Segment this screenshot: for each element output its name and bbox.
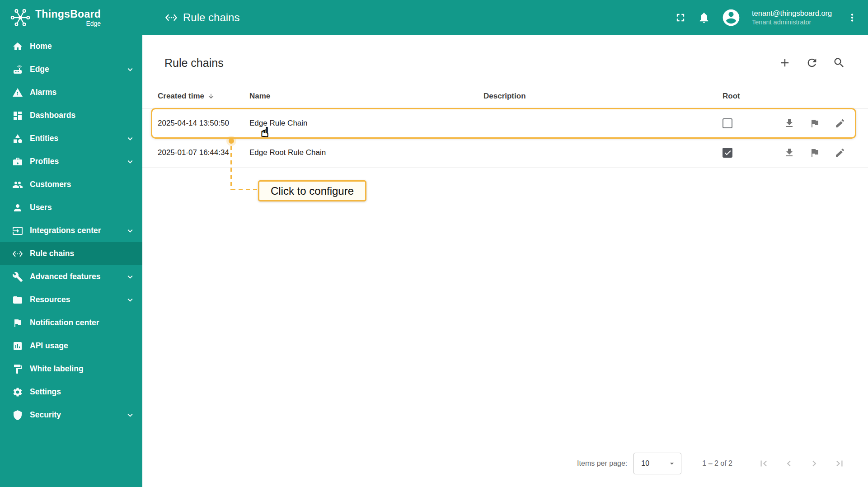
topbar-actions: tenant@thingsboard.org Tenant administra… — [674, 8, 868, 28]
users-icon — [12, 202, 23, 213]
annotation-callout: Click to configure — [258, 180, 366, 201]
sidebar-item-entities[interactable]: Entities — [0, 127, 142, 150]
sidebar-item-notification-center[interactable]: Notification center — [0, 311, 142, 334]
search-icon — [833, 56, 845, 69]
plus-icon — [779, 56, 791, 69]
sidebar-item-white-labeling[interactable]: White labeling — [0, 357, 142, 380]
sidebar-item-security[interactable]: Security — [0, 403, 142, 426]
page-title: Rule chains — [183, 11, 239, 24]
sidebar-item-label: Dashboards — [30, 111, 75, 120]
table-row-edge-rule-chain[interactable]: 2025-04-14 13:50:50 Edge Rule Chain — [142, 109, 868, 138]
sidebar-item-label: API usage — [30, 341, 68, 351]
set-root-button[interactable] — [809, 118, 820, 129]
chevron-down-icon — [125, 272, 135, 282]
chevron-right-icon — [808, 458, 820, 469]
table-row-edge-root-rule-chain[interactable]: 2025-01-07 16:44:34 Edge Root Rule Chain — [142, 138, 868, 168]
search-button[interactable] — [833, 56, 845, 69]
sidebar-item-label: Profiles — [30, 157, 59, 166]
refresh-button[interactable] — [806, 56, 818, 69]
sidebar-item-users[interactable]: Users — [0, 196, 142, 219]
main-content: Rule chains Created time — [142, 35, 868, 487]
first-page-icon — [758, 458, 769, 469]
rule-chains-icon — [165, 11, 178, 24]
sidebar-item-label: Rule chains — [30, 249, 74, 258]
thingsboard-app: ThingsBoard Edge Rule chains — [0, 0, 868, 487]
column-header-name[interactable]: Name — [249, 92, 483, 101]
download-icon — [784, 147, 795, 158]
notification-center-icon — [12, 318, 23, 328]
sidebar-item-customers[interactable]: Customers — [0, 173, 142, 196]
root-checkbox[interactable] — [723, 148, 732, 158]
sidebar-item-advanced-features[interactable]: Advanced features — [0, 265, 142, 288]
sidebar-item-alarms[interactable]: Alarms — [0, 81, 142, 104]
column-label: Name — [249, 92, 270, 101]
root-checkbox[interactable] — [723, 118, 732, 128]
export-rule-chain-button[interactable] — [784, 147, 795, 158]
notifications-button[interactable] — [698, 11, 710, 24]
edit-rule-chain-button[interactable] — [835, 147, 845, 158]
chevron-down-icon — [125, 157, 135, 167]
items-per-page-select[interactable]: 10 — [633, 453, 681, 474]
column-header-root[interactable]: Root — [723, 92, 779, 101]
sidebar-item-edge[interactable]: Edge — [0, 58, 142, 81]
brand-text: ThingsBoard Edge — [35, 8, 101, 27]
sidebar-item-label: White labeling — [30, 364, 84, 374]
avatar-icon — [721, 8, 741, 28]
first-page-button[interactable] — [758, 458, 769, 469]
fullscreen-button[interactable] — [674, 11, 687, 24]
sidebar-item-label: Home — [30, 42, 52, 51]
sidebar-item-settings[interactable]: Settings — [0, 380, 142, 403]
export-rule-chain-button[interactable] — [784, 118, 795, 129]
sidebar-item-label: Resources — [30, 295, 70, 304]
sidebar-item-dashboards[interactable]: Dashboards — [0, 104, 142, 127]
download-icon — [784, 118, 795, 129]
brand-logo: ThingsBoard Edge — [0, 7, 142, 28]
thingsboard-logo-icon — [10, 7, 31, 28]
chevron-left-icon — [783, 458, 795, 469]
sidebar-item-rule-chains[interactable]: Rule chains — [0, 242, 142, 265]
last-page-button[interactable] — [834, 458, 845, 469]
sort-desc-icon — [207, 93, 215, 100]
column-label: Root — [723, 92, 740, 101]
set-root-button[interactable] — [809, 147, 820, 158]
annotation-dashed-line-horizontal — [231, 189, 258, 190]
top-bar: ThingsBoard Edge Rule chains — [0, 0, 868, 35]
sidebar-item-home[interactable]: Home — [0, 35, 142, 58]
sidebar-item-label: Settings — [30, 387, 61, 397]
sidebar-item-label: Integrations center — [30, 226, 101, 235]
created-time-cell: 2025-04-14 13:50:50 — [158, 119, 249, 128]
sidebar-item-label: Notification center — [30, 318, 99, 328]
white-labeling-icon — [12, 364, 23, 375]
sidebar-item-label: Advanced features — [30, 272, 101, 281]
card-actions — [779, 56, 845, 69]
column-header-description[interactable]: Description — [483, 92, 723, 101]
dropdown-caret-icon — [667, 459, 676, 468]
sidebar-item-api-usage[interactable]: API usage — [0, 334, 142, 357]
sidebar-item-integrations-center[interactable]: Integrations center — [0, 219, 142, 242]
rule-chains-table: Created time Name Description Root — [142, 84, 868, 168]
next-page-button[interactable] — [808, 458, 820, 469]
brand-name: ThingsBoard — [35, 8, 101, 20]
column-header-created-time[interactable]: Created time — [158, 92, 249, 101]
created-time-cell: 2025-01-07 16:44:34 — [158, 148, 249, 157]
paginator-arrows — [758, 458, 845, 469]
sidebar-item-profiles[interactable]: Profiles — [0, 150, 142, 173]
previous-page-button[interactable] — [783, 458, 795, 469]
user-role: Tenant administrator — [752, 18, 835, 27]
more-menu-button[interactable] — [846, 12, 858, 23]
more-vert-icon — [846, 12, 858, 23]
chevron-down-icon — [125, 65, 135, 75]
dashboards-icon — [12, 110, 23, 121]
user-avatar[interactable] — [721, 8, 741, 28]
api-usage-icon — [12, 341, 23, 351]
chevron-down-icon — [125, 134, 135, 144]
customers-icon — [12, 179, 23, 190]
sidebar-item-resources[interactable]: Resources — [0, 288, 142, 311]
user-email: tenant@thingsboard.org — [752, 8, 835, 18]
user-info: tenant@thingsboard.org Tenant administra… — [752, 8, 835, 27]
sidebar-item-label: Edge — [30, 65, 49, 74]
edit-rule-chain-button[interactable] — [835, 118, 845, 129]
sidebar: Home Edge Alarms Dashboards Entities — [0, 35, 142, 487]
add-rule-chain-button[interactable] — [779, 56, 791, 69]
advanced-features-icon — [12, 272, 23, 282]
